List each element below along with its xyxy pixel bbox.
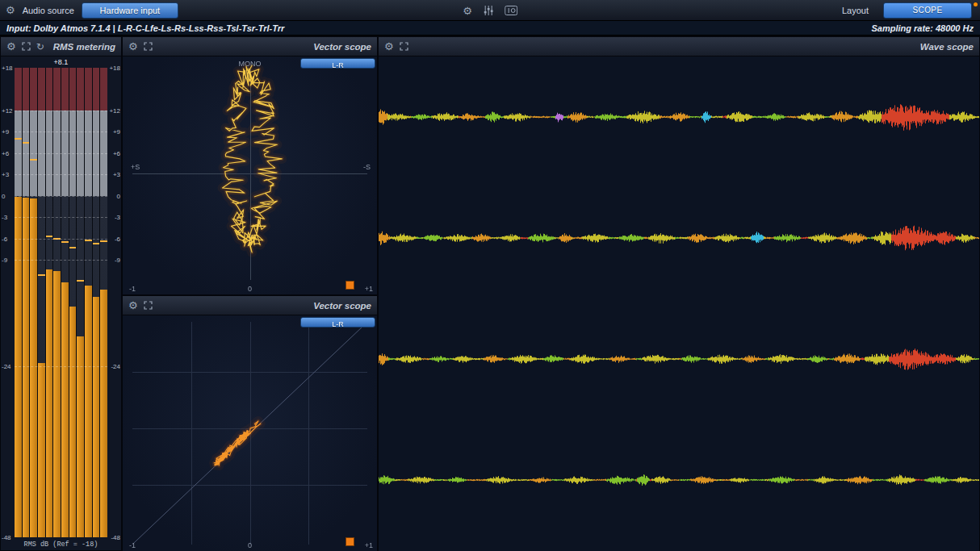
scale-label: -6 [107,235,120,242]
faders-icon[interactable] [483,6,494,15]
scale-label: +3 [2,171,15,178]
vector-bottom-mode-button[interactable]: L-R [300,317,375,328]
input-format-label: Input: Dolby Atmos 7.1.4 | L-R-C-Lfe-Ls-… [6,23,284,33]
info-bar: Input: Dolby Atmos 7.1.4 | L-R-C-Lfe-Ls-… [0,21,980,35]
hardware-input-button[interactable]: Hardware input [82,2,178,19]
rms-scale-left: +18+12+9+6+30-3-6-9-24-48 [2,68,15,537]
meter-column [61,68,69,537]
rms-footer-label: RMS dB (Ref = -18) [1,541,121,549]
scale-label: 0 [107,192,120,199]
scale-label: -9 [107,257,120,264]
top-bar-right: Layout SCOPE [842,2,980,19]
wave-panel-title: Wave scope [920,42,974,52]
meter-gridline [15,196,107,197]
waveform-channel [379,420,979,541]
meter-column [93,68,100,537]
scale-label: -6 [2,235,15,242]
scale-label: -24 [2,363,15,370]
wave-fullscreen-icon[interactable] [400,42,408,51]
meter-peak [77,280,84,282]
meter-gridline [15,366,107,367]
wave-settings-icon[interactable]: ⚙ [384,41,394,52]
scale-label: +18 [107,65,120,72]
scale-label: +3 [107,171,120,178]
wave-scope-panel: ⚙ Wave scope [379,37,979,551]
vector-top-mode-button[interactable]: L-R [300,58,375,69]
wave-rows [379,56,979,551]
rms-fullscreen-icon[interactable] [22,42,31,51]
meter-bar [23,198,30,537]
meter-peak [100,240,107,242]
meter-column [69,68,77,537]
meter-gridline [15,174,107,175]
rms-panel-title: RMS metering [53,42,115,52]
plus-s-label: +S [131,163,140,171]
meter-bar [61,282,69,537]
rms-meter-columns [15,68,107,537]
meter-gridline [15,131,107,132]
meter-column [15,68,22,537]
vector-top-settings-icon[interactable]: ⚙ [128,41,138,52]
meter-bar [69,307,77,537]
scale-label: -3 [2,214,15,221]
meter-bar [30,198,37,537]
scale-label: -9 [2,257,15,264]
meter-gridline [15,217,107,218]
vector-top-body: L-R MONO +S -S -1 0 +1 [123,56,377,294]
rms-settings-icon[interactable]: ⚙ [6,41,16,52]
vector-bottom-scale-minus1: -1 [129,541,136,549]
scale-label: -24 [107,363,120,370]
rms-panel-header: ⚙ ↻ RMS metering [1,37,121,56]
scale-label: +12 [107,106,120,114]
scale-label: 0 [2,192,15,199]
vector-bottom-scale-zero: 0 [248,541,252,549]
meter-peak [38,274,45,276]
meter-bar [53,271,61,537]
scale-label: +9 [107,128,120,136]
rms-reset-icon[interactable]: ↻ [36,42,44,52]
rms-peak-readout: +8.1 [1,58,121,66]
vector-bottom-fullscreen-icon[interactable] [144,301,153,310]
waveform-channel [379,56,979,177]
global-settings-icon[interactable]: ⚙ [463,6,472,16]
rms-meter: +18+12+9+6+30-3-6-9-24-48 +18+12+9+6+30-… [1,68,121,537]
meter-bar [46,269,53,537]
vector-bottom-title: Vector scope [313,301,371,311]
scale-label: -3 [107,214,120,221]
meter-column [30,68,37,537]
scope-button[interactable]: SCOPE [883,2,972,19]
meter-column [77,68,84,537]
vector-top-scale-zero: 0 [248,285,252,293]
waveform-channel [379,298,979,420]
vector-bottom-header: ⚙ Vector scope [123,296,377,315]
vector-scope-bottom-panel: ⚙ Vector scope L-R -1 0 +1 [123,296,377,551]
vector-top-level-indicator [346,281,354,290]
vector-top-fullscreen-icon[interactable] [144,42,153,51]
meter-gridline [15,239,107,240]
meter-column [23,68,30,537]
waveform-channel [379,177,979,298]
top-bar-center: ⚙ [463,0,517,21]
sampling-rate-label: Sampling rate: 48000 Hz [871,23,974,33]
meter-peak [61,241,69,243]
meter-gridline [15,260,107,261]
meter-column [46,68,53,537]
waveform-channel [379,541,979,551]
vector-top-scale-minus1: -1 [129,285,136,293]
meter-peak [23,142,30,144]
scale-label: +6 [2,149,15,157]
meter-peak [69,247,77,248]
meter-column [53,68,61,537]
rms-scale-right: +18+12+9+6+30-3-6-9-24-48 [107,68,120,537]
vector-bottom-scale-plus1: +1 [365,541,373,549]
meter-gridline [15,153,107,154]
vector-bottom-settings-icon[interactable]: ⚙ [128,300,138,311]
meter-peak [30,159,37,161]
rms-metering-panel: ⚙ ↻ RMS metering +8.1 +18+12+9+6+30-3-6-… [1,37,121,550]
scale-label: +12 [2,106,15,114]
top-bar: ⚙ Audio source Hardware input ⚙ Layout S… [0,0,980,21]
settings-icon[interactable]: ⚙ [6,5,15,15]
vector-bottom-level-indicator [346,537,354,546]
io-routing-icon[interactable] [505,6,517,15]
meter-peak [15,138,22,140]
